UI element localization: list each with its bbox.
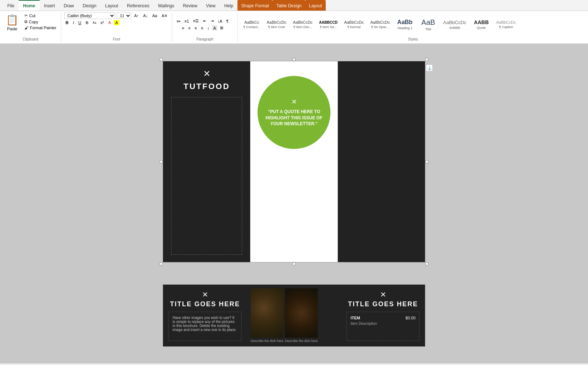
style-item-contact[interactable]: AaBbCc ¶ Contact... (241, 14, 263, 35)
font-case-button[interactable]: Aa (151, 13, 158, 18)
tab-review[interactable]: Review (179, 0, 202, 11)
bold-button[interactable]: B (64, 20, 70, 25)
font-clear-button[interactable]: A✕ (160, 13, 169, 19)
item-row: ITEM $0.00 (351, 316, 415, 320)
style-item-title[interactable]: AaB Title (417, 14, 439, 35)
bottom-right-icon: ✕ (380, 290, 386, 299)
tab-draw[interactable]: Draw (59, 0, 78, 11)
styles-group: AaBbCc ¶ Contact... AaBbCcDc ¶ Item Cost… (238, 12, 588, 42)
tab-view[interactable]: View (202, 0, 220, 11)
sort-button[interactable]: ↕A (216, 18, 224, 24)
ribbon: File Home Insert Draw Design Layout Refe… (0, 0, 588, 44)
line-spacing-button[interactable]: ↕ (206, 25, 211, 31)
style-item-nospace[interactable]: AaBbCcDc ¶ No Spac... (368, 14, 392, 35)
style-preview-itemdes: AaBbCcDc (293, 20, 313, 24)
tab-mailings[interactable]: Mailings (154, 0, 178, 11)
handle-tr[interactable] (425, 58, 428, 61)
style-item-itemcost[interactable]: AaBbCcDc ¶ Item Cost (264, 14, 289, 35)
tab-design[interactable]: Design (78, 0, 101, 11)
font-grow-button[interactable]: A↑ (133, 13, 140, 18)
borders-button[interactable]: ⊞ (218, 25, 225, 31)
font-family-select[interactable]: Calibri (Body) (64, 12, 115, 19)
tab-insert[interactable]: Insert (40, 0, 59, 11)
align-left-button[interactable]: ≡ (180, 25, 185, 31)
styles-content: AaBbCc ¶ Contact... AaBbCcDc ¶ Item Cost… (241, 12, 585, 36)
bottom-page: ✕ TITLE GOES HERE Have other images you … (163, 284, 425, 347)
align-right-button[interactable]: ≡ (193, 25, 198, 31)
font-color-button[interactable]: A (107, 20, 112, 25)
font-format-row: B I U S x₂ x² A A (64, 20, 120, 25)
trifold-page: ✕ TUTFOOD ✕ “PUT A QUOTE HERE TO HIGHLIG… (163, 61, 425, 262)
style-label-contact: ¶ Contact... (243, 25, 260, 29)
style-preview-nospace: AaBbCcDc (370, 20, 390, 24)
font-size-select[interactable]: 11 (117, 12, 131, 19)
style-label-normal: ¶ Normal (347, 25, 360, 29)
layout-anchor[interactable]: ⚓ (426, 65, 433, 71)
copy-button[interactable]: ⧉ Copy (23, 19, 58, 25)
style-item-subtitle[interactable]: AaBbCcDc Subtitle (441, 14, 469, 35)
bottom-left-icon: ✕ (202, 290, 208, 299)
handle-bc[interactable] (293, 262, 295, 265)
tab-table-design[interactable]: Table Design (272, 0, 305, 11)
numbering-button[interactable]: ≡1 (183, 18, 191, 24)
small-clipboard-buttons: ✂ Cut ⧉ Copy 🖌 Format Painter (23, 12, 58, 31)
style-item-normal[interactable]: AaBbCcDc ¶ Normal (341, 14, 366, 35)
underline-button[interactable]: U (77, 20, 83, 25)
bullets-button[interactable]: ≡• (175, 18, 182, 24)
cut-button[interactable]: ✂ Cut (23, 12, 58, 19)
tab-file[interactable]: File (3, 0, 19, 11)
style-item-heading1[interactable]: AaBb Heading 1 (394, 14, 416, 35)
style-label-quote: Quote (477, 26, 486, 30)
align-center-button[interactable]: ≡ (187, 25, 192, 31)
handle-br[interactable] (425, 262, 428, 265)
document-page1: ⚓ ✕ TUTFOOD ✕ “PUT A QUOTE HERE TO HIGHL… (163, 61, 425, 262)
style-preview-title: AaB (421, 18, 435, 27)
tab-help[interactable]: Help (220, 0, 238, 11)
decrease-indent-button[interactable]: ⇤ (202, 18, 208, 24)
food-image-1[interactable] (251, 288, 283, 338)
style-item-itemna[interactable]: AABBCCD ¶ Item Na... (317, 14, 340, 35)
tab-shape-format[interactable]: Shape Format (237, 0, 272, 11)
multilevel-button[interactable]: ≡☰ (192, 18, 200, 24)
superscript-button[interactable]: x² (99, 20, 105, 25)
tab-home[interactable]: Home (19, 0, 39, 11)
handle-tl[interactable] (160, 58, 163, 61)
handle-tc[interactable] (293, 58, 295, 61)
paragraph-group: ≡• ≡1 ≡☰ ⇤ ⇥ ↕A ¶ ≡ ≡ ≡ ≡ ↕ A (172, 12, 238, 42)
styles-group-label: Styles (241, 36, 585, 42)
panel-left-image-box[interactable] (171, 97, 242, 255)
font-group-label: Font (64, 36, 169, 42)
dish-label-2: Describe the dish here (285, 338, 318, 343)
food-image-2[interactable] (285, 288, 318, 338)
tab-layout[interactable]: Layout (101, 0, 123, 11)
style-item-caption[interactable]: AaBbCcDc ¶ Caption (494, 14, 519, 35)
style-preview-itemcost: AaBbCcDc (267, 20, 286, 24)
tab-references[interactable]: References (123, 0, 154, 11)
bottom-center-images: Describe the dish here Describe the dish… (247, 285, 341, 346)
highlight-button[interactable]: A (114, 20, 119, 25)
shading-button[interactable]: A (212, 25, 217, 31)
style-label-title: Title (425, 27, 432, 31)
style-label-nospace: ¶ No Spac... (371, 25, 389, 29)
paste-button[interactable]: 📋 Paste (3, 12, 22, 32)
font-shrink-button[interactable]: A↓ (142, 13, 150, 18)
justify-button[interactable]: ≡ (200, 25, 205, 31)
format-painter-button[interactable]: 🖌 Format Painter (23, 25, 58, 31)
subscript-button[interactable]: x₂ (91, 20, 98, 25)
format-painter-icon: 🖌 (24, 26, 28, 30)
item-description: Item Description (351, 322, 415, 326)
handle-bl[interactable] (160, 262, 163, 265)
handle-ml[interactable] (160, 160, 163, 163)
increase-indent-button[interactable]: ⇥ (209, 18, 215, 24)
bottom-left-text-box[interactable]: Have other images you wish to use? It is… (169, 312, 241, 341)
tab-layout2[interactable]: Layout (305, 0, 326, 11)
handle-mr[interactable] (425, 160, 428, 163)
italic-button[interactable]: I (71, 20, 76, 25)
style-preview-normal: AaBbCcDc (344, 20, 364, 24)
style-item-quote[interactable]: AABB Quote (471, 14, 492, 35)
style-preview-heading1: AaBb (397, 19, 413, 26)
show-marks-button[interactable]: ¶ (225, 18, 230, 24)
style-item-itemdes[interactable]: AaBbCcDc ¶ Item Des... (290, 14, 315, 35)
strikethrough-button[interactable]: S (84, 20, 90, 25)
style-label-itemdes: ¶ Item Des... (294, 25, 312, 29)
